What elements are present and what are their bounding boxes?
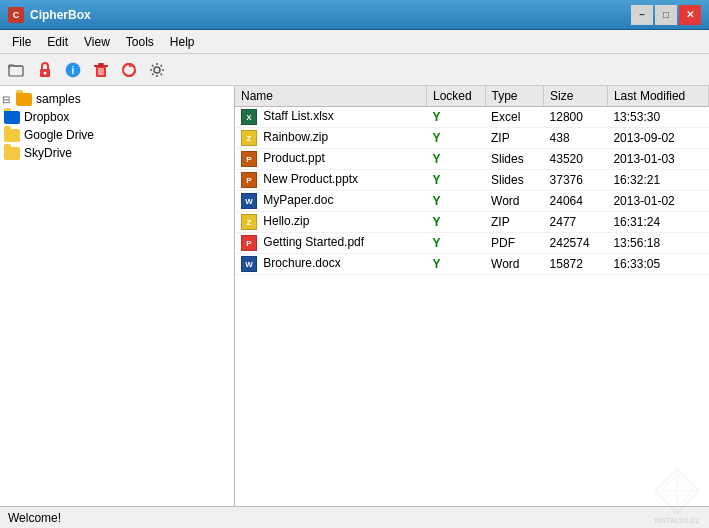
file-name-cell: P Getting Started.pdf xyxy=(235,233,427,254)
file-name: Product.ppt xyxy=(263,151,324,165)
delete-button[interactable] xyxy=(88,57,114,83)
lock-button[interactable] xyxy=(32,57,58,83)
table-row[interactable]: X Staff List.xlsx Y Excel 12800 13:53:30 xyxy=(235,107,709,128)
file-locked-cell: Y xyxy=(427,107,486,128)
maximize-button[interactable]: □ xyxy=(655,5,677,25)
file-modified-cell: 13:53:30 xyxy=(607,107,708,128)
table-row[interactable]: P Product.ppt Y Slides 43520 2013-01-03 xyxy=(235,149,709,170)
locked-indicator: Y xyxy=(433,194,441,208)
locked-indicator: Y xyxy=(433,173,441,187)
file-type-cell: Slides xyxy=(485,170,544,191)
file-type-icon: P xyxy=(241,235,257,251)
table-row[interactable]: W Brochure.docx Y Word 15872 16:33:05 xyxy=(235,254,709,275)
menu-tools[interactable]: Tools xyxy=(118,32,162,52)
settings-button[interactable] xyxy=(144,57,170,83)
main-content: ⊟ samples Dropbox Google Drive SkyDrive … xyxy=(0,86,709,506)
watermark: INSTALUJ.CZ xyxy=(653,467,701,524)
file-modified-cell: 16:32:21 xyxy=(607,170,708,191)
file-locked-cell: Y xyxy=(427,254,486,275)
file-name: MyPaper.doc xyxy=(263,193,333,207)
file-modified-cell: 2013-01-02 xyxy=(607,191,708,212)
file-size-cell: 24064 xyxy=(544,191,608,212)
table-header-row: Name Locked Type Size Last Modified xyxy=(235,86,709,107)
file-type-icon: Z xyxy=(241,214,257,230)
file-size-cell: 15872 xyxy=(544,254,608,275)
folder-icon xyxy=(16,93,32,106)
file-locked-cell: Y xyxy=(427,191,486,212)
table-row[interactable]: W MyPaper.doc Y Word 24064 2013-01-02 xyxy=(235,191,709,212)
file-panel: Name Locked Type Size Last Modified X St… xyxy=(235,86,709,506)
file-locked-cell: Y xyxy=(427,149,486,170)
file-locked-cell: Y xyxy=(427,212,486,233)
file-modified-cell: 13:56:18 xyxy=(607,233,708,254)
svg-point-2 xyxy=(44,71,47,74)
file-type-cell: Slides xyxy=(485,149,544,170)
file-type-cell: ZIP xyxy=(485,212,544,233)
file-name: Staff List.xlsx xyxy=(263,109,333,123)
title-bar: C CipherBox – □ ✕ xyxy=(0,0,709,30)
file-name-cell: W Brochure.docx xyxy=(235,254,427,275)
minimize-button[interactable]: – xyxy=(631,5,653,25)
menu-view[interactable]: View xyxy=(76,32,118,52)
file-type-icon: W xyxy=(241,193,257,209)
svg-rect-6 xyxy=(94,65,108,67)
col-size[interactable]: Size xyxy=(544,86,608,107)
menu-bar: File Edit View Tools Help xyxy=(0,30,709,54)
file-modified-cell: 2013-01-03 xyxy=(607,149,708,170)
file-modified-cell: 2013-09-02 xyxy=(607,128,708,149)
tree-child-googledrive[interactable]: Google Drive xyxy=(0,126,234,144)
file-size-cell: 12800 xyxy=(544,107,608,128)
file-name-cell: P Product.ppt xyxy=(235,149,427,170)
file-type-cell: Word xyxy=(485,191,544,212)
svg-text:i: i xyxy=(72,65,75,76)
col-modified[interactable]: Last Modified xyxy=(607,86,708,107)
locked-indicator: Y xyxy=(433,215,441,229)
tree-child-dropbox[interactable]: Dropbox xyxy=(0,108,234,126)
info-button[interactable]: i xyxy=(60,57,86,83)
file-type-cell: ZIP xyxy=(485,128,544,149)
file-table: Name Locked Type Size Last Modified X St… xyxy=(235,86,709,275)
menu-help[interactable]: Help xyxy=(162,32,203,52)
title-bar-left: C CipherBox xyxy=(8,7,91,23)
googledrive-folder-icon xyxy=(4,129,20,142)
locked-indicator: Y xyxy=(433,110,441,124)
svg-rect-0 xyxy=(9,66,23,76)
svg-rect-7 xyxy=(98,63,104,65)
toolbar: i xyxy=(0,54,709,86)
table-row[interactable]: Z Hello.zip Y ZIP 2477 16:31:24 xyxy=(235,212,709,233)
tree-root-item[interactable]: ⊟ samples xyxy=(0,90,234,108)
col-type[interactable]: Type xyxy=(485,86,544,107)
app-title: CipherBox xyxy=(30,8,91,22)
table-row[interactable]: P New Product.pptx Y Slides 37376 16:32:… xyxy=(235,170,709,191)
open-button[interactable] xyxy=(4,57,30,83)
file-locked-cell: Y xyxy=(427,233,486,254)
tree-root-label: samples xyxy=(36,92,81,106)
file-size-cell: 242574 xyxy=(544,233,608,254)
file-size-cell: 438 xyxy=(544,128,608,149)
menu-edit[interactable]: Edit xyxy=(39,32,76,52)
file-type-icon: Z xyxy=(241,130,257,146)
tree-panel: ⊟ samples Dropbox Google Drive SkyDrive xyxy=(0,86,235,506)
skydrive-folder-icon xyxy=(4,147,20,160)
locked-indicator: Y xyxy=(433,131,441,145)
close-button[interactable]: ✕ xyxy=(679,5,701,25)
file-locked-cell: Y xyxy=(427,128,486,149)
file-type-icon: P xyxy=(241,151,257,167)
file-name-cell: P New Product.pptx xyxy=(235,170,427,191)
window-controls: – □ ✕ xyxy=(631,5,701,25)
file-name-cell: Z Rainbow.zip xyxy=(235,128,427,149)
locked-indicator: Y xyxy=(433,257,441,271)
menu-file[interactable]: File xyxy=(4,32,39,52)
file-locked-cell: Y xyxy=(427,170,486,191)
col-locked[interactable]: Locked xyxy=(427,86,486,107)
tree-label-googledrive: Google Drive xyxy=(24,128,94,142)
locked-indicator: Y xyxy=(433,236,441,250)
table-row[interactable]: Z Rainbow.zip Y ZIP 438 2013-09-02 xyxy=(235,128,709,149)
tree-child-skydrive[interactable]: SkyDrive xyxy=(0,144,234,162)
file-size-cell: 37376 xyxy=(544,170,608,191)
refresh-button[interactable] xyxy=(116,57,142,83)
col-name[interactable]: Name xyxy=(235,86,427,107)
file-type-cell: Excel xyxy=(485,107,544,128)
table-row[interactable]: P Getting Started.pdf Y PDF 242574 13:56… xyxy=(235,233,709,254)
file-name: Getting Started.pdf xyxy=(263,235,364,249)
